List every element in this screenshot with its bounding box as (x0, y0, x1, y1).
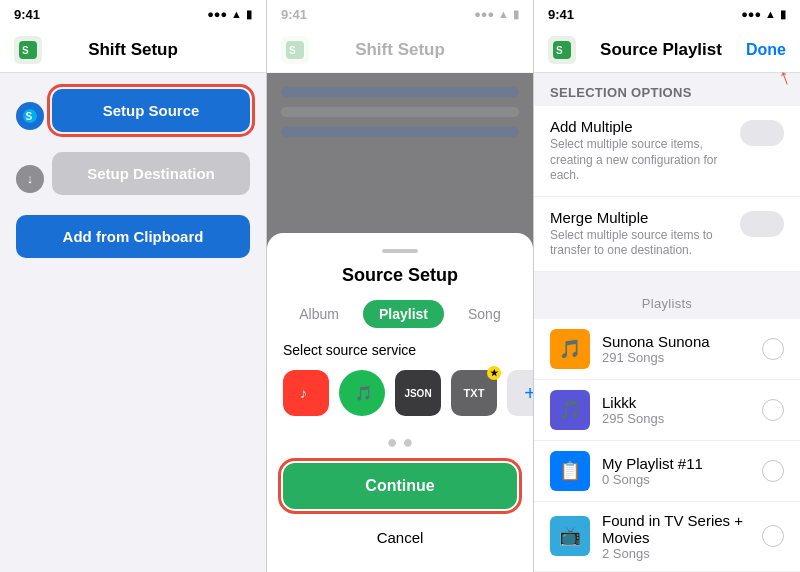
battery-icon-3: ▮ (780, 8, 786, 21)
playlist-item[interactable]: 📺Found in TV Series + Movies2 Songs (534, 502, 800, 572)
cancel-button[interactable]: Cancel (283, 519, 517, 556)
status-icons-1: ●●● ▲ ▮ (207, 8, 252, 21)
phone1: 9:41 ●●● ▲ ▮ S Shift Setup S Setup Sourc… (0, 0, 267, 572)
merge-multiple-toggle[interactable] (740, 211, 784, 237)
nav-bar-2: S Shift Setup (267, 28, 533, 73)
signal-icon: ●●● (207, 8, 227, 20)
sheet-handle (382, 249, 418, 253)
select-service-label: Select source service (283, 342, 517, 358)
playlist-count: 2 Songs (602, 546, 750, 561)
phone2: 9:41 ●●● ▲ ▮ S Shift Setup (267, 0, 534, 572)
radio-circle (762, 338, 784, 360)
svg-text:♪: ♪ (300, 385, 307, 401)
wifi-icon-3: ▲ (765, 8, 776, 20)
playlists-header: Playlists (534, 288, 800, 319)
bottom-sheet: Source Setup Album Playlist Song Select … (267, 233, 533, 572)
phone2-top: 9:41 ●●● ▲ ▮ S Shift Setup (267, 0, 533, 73)
shift-logo-icon: S (19, 41, 37, 59)
json-icon[interactable]: JSON (395, 370, 441, 416)
radio-circle (762, 399, 784, 421)
battery-icon-2: ▮ (513, 8, 519, 21)
playlist-info: Likkk295 Songs (602, 394, 750, 426)
apple-music-icon[interactable]: ♪ (283, 370, 329, 416)
status-bar-2: 9:41 ●●● ▲ ▮ (267, 0, 533, 28)
dest-icon: ↓ (16, 165, 44, 193)
playlist-count: 291 Songs (602, 350, 750, 365)
playlist-thumb: 📺 (550, 516, 590, 556)
app-icon-2: S (281, 36, 309, 64)
playlist-item[interactable]: 📋My Playlist #110 Songs (534, 441, 800, 502)
selection-options-header: Selection Options (534, 73, 800, 106)
nav-title-2: Shift Setup (355, 40, 445, 60)
playlist-info: Sunona Sunona291 Songs (602, 333, 750, 365)
merge-multiple-desc: Select multiple source items to transfer… (550, 228, 730, 259)
apple-music-logo: ♪ (292, 379, 320, 407)
tab-song[interactable]: Song (452, 300, 517, 328)
txt-icon[interactable]: TXT ★ (451, 370, 497, 416)
add-multiple-row: Add Multiple Select multiple source item… (534, 106, 800, 197)
spotify-logo: 🎵 (348, 379, 376, 407)
spotify-icon[interactable]: 🎵 (339, 370, 385, 416)
add-multiple-title: Add Multiple (550, 118, 730, 135)
playlist-info: Found in TV Series + Movies2 Songs (602, 512, 750, 561)
tab-album[interactable]: Album (283, 300, 355, 328)
svg-text:S: S (556, 45, 563, 56)
wifi-icon: ▲ (231, 8, 242, 20)
svg-text:S: S (289, 45, 296, 56)
app-icon-1: S (14, 36, 42, 64)
status-bar-1: 9:41 ●●● ▲ ▮ (0, 0, 266, 28)
selection-options-block: Add Multiple Select multiple source item… (534, 106, 800, 272)
playlist-thumb: 🎵 (550, 329, 590, 369)
svg-text:🎵: 🎵 (355, 385, 373, 402)
app-icon-3: S (548, 36, 576, 64)
time-2: 9:41 (281, 7, 307, 22)
playlist-info: My Playlist #110 Songs (602, 455, 750, 487)
time-1: 9:41 (14, 7, 40, 22)
skype-icon: S (22, 108, 38, 124)
txt-badge: ★ (487, 366, 501, 380)
sheet-title: Source Setup (283, 265, 517, 286)
svg-text:S: S (22, 45, 29, 56)
other-icon[interactable]: + (507, 370, 534, 416)
playlist-item[interactable]: 🎵Likkk295 Songs (534, 380, 800, 441)
continue-button[interactable]: Continue (283, 463, 517, 509)
battery-icon: ▮ (246, 8, 252, 21)
tab-row: Album Playlist Song (283, 300, 517, 328)
nav-title-3: Source Playlist (600, 40, 722, 60)
add-multiple-desc: Select multiple source items, creating a… (550, 137, 730, 184)
playlist-scroll[interactable]: Selection Options Add Multiple Select mu… (534, 73, 800, 572)
playlist-thumb: 📋 (550, 451, 590, 491)
source-row: S Setup Source (16, 89, 250, 142)
dest-row: ↓ Setup Destination (16, 152, 250, 205)
playlist-name: Likkk (602, 394, 750, 411)
playlist-name: Sunona Sunona (602, 333, 750, 350)
shift-logo-icon-2: S (286, 41, 304, 59)
nav-bar-1: S Shift Setup (0, 28, 266, 73)
setup-destination-button[interactable]: Setup Destination (52, 152, 250, 195)
signal-icon-3: ●●● (741, 8, 761, 20)
tab-playlist[interactable]: Playlist (363, 300, 444, 328)
status-icons-3: ●●● ▲ ▮ (741, 8, 786, 21)
playlist-count: 0 Songs (602, 472, 750, 487)
svg-text:S: S (26, 111, 33, 122)
merge-multiple-row: Merge Multiple Select multiple source it… (534, 197, 800, 272)
playlist-name: Found in TV Series + Movies (602, 512, 750, 546)
merge-multiple-title: Merge Multiple (550, 209, 730, 226)
nav-bar-3: S Source Playlist Done ↑ (534, 28, 800, 73)
add-multiple-toggle[interactable] (740, 120, 784, 146)
service-icons-row: ♪ 🎵 JSON TXT ★ + (283, 370, 517, 416)
phone2-bg: Source Setup Album Playlist Song Select … (267, 73, 533, 572)
add-clipboard-button[interactable]: Add from Clipboard (16, 215, 250, 258)
done-button[interactable]: Done (746, 41, 786, 59)
setup-source-button[interactable]: Setup Source (52, 89, 250, 132)
playlists-list: 🎵Sunona Sunona291 Songs🎵Likkk295 Songs📋M… (534, 319, 800, 572)
download-arrow-icon: ↓ (27, 171, 34, 186)
phone3: 9:41 ●●● ▲ ▮ S Source Playlist Done ↑ Se… (534, 0, 800, 572)
source-icon: S (16, 102, 44, 130)
playlist-thumb: 🎵 (550, 390, 590, 430)
status-bar-3: 9:41 ●●● ▲ ▮ (534, 0, 800, 28)
playlist-count: 295 Songs (602, 411, 750, 426)
shift-logo-icon-3: S (553, 41, 571, 59)
playlist-item[interactable]: 🎵Sunona Sunona291 Songs (534, 319, 800, 380)
time-3: 9:41 (548, 7, 574, 22)
